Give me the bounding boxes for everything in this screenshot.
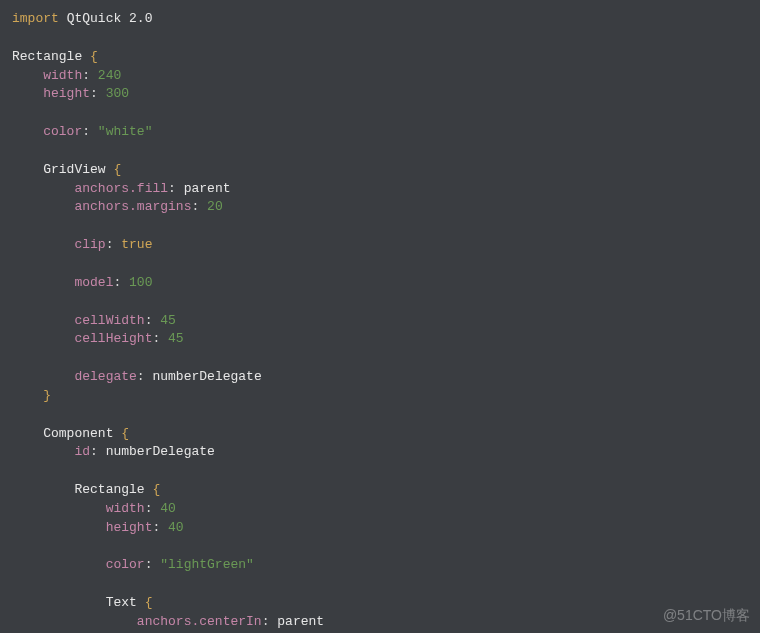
prop-height: height <box>43 86 90 101</box>
prop-width: width <box>43 68 82 83</box>
val-inner-width: 40 <box>160 501 176 516</box>
type-gridview: GridView <box>43 162 105 177</box>
type-component: Component <box>43 426 113 441</box>
prop-color: color <box>43 124 82 139</box>
prop-inner-color: color <box>106 557 145 572</box>
val-color: "white" <box>98 124 153 139</box>
watermark: @51CTO博客 <box>663 605 750 625</box>
type-text: Text <box>106 595 137 610</box>
val-width: 240 <box>98 68 121 83</box>
type-rectangle: Rectangle <box>12 49 82 64</box>
val-anchors-centerin: parent <box>277 614 324 629</box>
val-delegate: numberDelegate <box>152 369 261 384</box>
val-anchors-margins: 20 <box>207 199 223 214</box>
prop-anchors-centerin: anchors.centerIn <box>137 614 262 629</box>
module-version: 2.0 <box>129 11 152 26</box>
brace-open: { <box>145 595 153 610</box>
prop-cellheight: cellHeight <box>74 331 152 346</box>
brace-open: { <box>113 162 121 177</box>
val-anchors-fill: parent <box>184 181 231 196</box>
brace-open: { <box>90 49 98 64</box>
brace-close: } <box>43 388 51 403</box>
prop-clip: clip <box>74 237 105 252</box>
prop-delegate: delegate <box>74 369 136 384</box>
keyword-import: import <box>12 11 59 26</box>
val-id: numberDelegate <box>106 444 215 459</box>
type-rectangle-inner: Rectangle <box>74 482 144 497</box>
val-model: 100 <box>129 275 152 290</box>
prop-anchors-fill: anchors.fill <box>74 181 168 196</box>
prop-id: id <box>74 444 90 459</box>
module-name: QtQuick <box>67 11 122 26</box>
val-cellwidth: 45 <box>160 313 176 328</box>
prop-inner-width: width <box>106 501 145 516</box>
prop-model: model <box>74 275 113 290</box>
val-inner-color: "lightGreen" <box>160 557 254 572</box>
val-height: 300 <box>106 86 129 101</box>
val-inner-height: 40 <box>168 520 184 535</box>
prop-inner-height: height <box>106 520 153 535</box>
prop-anchors-margins: anchors.margins <box>74 199 191 214</box>
val-clip: true <box>121 237 152 252</box>
val-cellheight: 45 <box>168 331 184 346</box>
brace-open: { <box>121 426 129 441</box>
prop-cellwidth: cellWidth <box>74 313 144 328</box>
code-editor[interactable]: import QtQuick 2.0 Rectangle { width: 24… <box>12 10 748 633</box>
brace-open: { <box>152 482 160 497</box>
